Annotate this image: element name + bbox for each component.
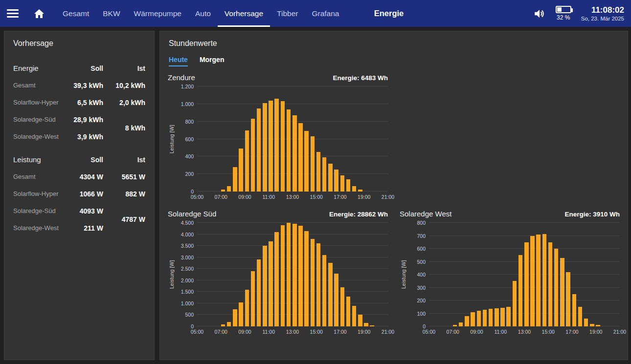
home-icon[interactable] <box>33 8 45 20</box>
y-tick-label: 400 <box>185 153 194 159</box>
nav-item-tibber[interactable]: Tibber <box>270 0 305 27</box>
energy-section-title: Energie <box>13 64 61 72</box>
x-tick-label: 13:00 <box>518 329 531 335</box>
y-axis-ticks: 02004006008001.0001.200 <box>176 86 197 192</box>
bar <box>506 307 511 326</box>
y-tick-label: 3.500 <box>181 243 194 249</box>
bar <box>530 236 535 327</box>
x-axis-ticks: 05:0007:0009:0011:0013:0015:0017:0019:00… <box>197 329 388 337</box>
bar <box>554 249 559 326</box>
content-area: Vorhersage Energie Soll Ist Gesamt 39,3 … <box>0 27 631 364</box>
y-tick-label: 200 <box>185 171 194 177</box>
clock-time: 11:08:02 <box>581 5 624 15</box>
clock: 11:08:02 So, 23. Mär 2025 <box>581 5 624 21</box>
bar <box>328 164 333 192</box>
x-tick-label: 09:00 <box>470 329 483 335</box>
tab-morgen[interactable]: Morgen <box>200 56 225 66</box>
y-tick-label: 600 <box>185 136 194 142</box>
x-tick-label: 19:00 <box>358 194 370 200</box>
row-ist-value: 2,0 kWh <box>103 99 145 107</box>
power-section-title: Leistung <box>13 155 61 164</box>
bar <box>233 309 237 326</box>
chart-title: Zendure <box>168 73 195 82</box>
bar <box>233 167 237 192</box>
nav-item-grafana[interactable]: Grafana <box>305 0 346 27</box>
bar <box>477 311 481 326</box>
row-soll-value: 6,5 kWh <box>61 99 103 107</box>
x-tick-label: 15:00 <box>310 194 323 200</box>
bar <box>322 255 327 326</box>
energy-forecast-table: Energie Soll Ist Gesamt 39,3 kWh 10,2 kW… <box>11 60 147 145</box>
x-tick-label: 15:00 <box>310 329 323 335</box>
x-tick-label: 17:00 <box>565 329 578 335</box>
bar <box>352 186 357 192</box>
y-tick-label: 1.200 <box>181 84 194 89</box>
menu-icon[interactable] <box>7 7 22 20</box>
row-soll-value: 4093 W <box>61 207 103 215</box>
bar <box>542 234 547 326</box>
bar <box>245 290 249 326</box>
chart-plot-solaredge-sued: Leistung [W] 05001.0001.5002.0002.5003.0… <box>168 223 388 337</box>
col-header-ist: Ist <box>103 64 145 72</box>
bar <box>293 224 297 326</box>
nav-item-waermepumpe[interactable]: Wärmepumpe <box>127 0 188 27</box>
bar <box>316 152 321 192</box>
bar <box>334 274 338 326</box>
tab-heute[interactable]: Heute <box>169 56 188 66</box>
row-ist-value: 10,2 kWh <box>103 82 145 89</box>
col-header-soll: Soll <box>61 156 103 164</box>
chart-title: Solaredge Süd <box>168 210 216 218</box>
chart-title: Solaredge West <box>400 210 451 218</box>
x-axis-ticks: 05:0007:0009:0011:0013:0015:0017:0019:00… <box>197 194 388 202</box>
row-soll-value: 211 W <box>61 224 103 232</box>
chart-energy-label: Energie: 3910 Wh <box>564 211 620 218</box>
y-tick-label: 300 <box>417 285 426 291</box>
bar <box>518 255 523 326</box>
bar <box>311 136 315 192</box>
bar <box>274 232 279 326</box>
plot-area <box>429 223 620 326</box>
bar <box>304 231 309 327</box>
y-tick-label: 4.500 <box>181 220 194 226</box>
bar <box>489 309 493 326</box>
hourly-panel-title: Stundenwerte <box>169 39 620 48</box>
x-tick-label: 21:00 <box>382 194 394 200</box>
row-label: Solaredge-West <box>13 133 61 140</box>
bar <box>572 294 577 326</box>
bar <box>257 108 261 192</box>
bar <box>370 325 374 326</box>
x-tick-label: 05:00 <box>191 194 203 200</box>
y-tick-label: 1.000 <box>181 101 194 107</box>
y-axis-label: Leistung [W] <box>400 223 407 326</box>
bar <box>524 242 529 326</box>
bar <box>269 101 273 192</box>
top-bar: Gesamt BKW Wärmepumpe Auto Vorhersage Ti… <box>0 0 631 27</box>
bar <box>578 307 583 326</box>
nav-item-vorhersage[interactable]: Vorhersage <box>218 0 270 27</box>
col-header-ist: Ist <box>103 156 145 164</box>
speaker-icon[interactable] <box>533 7 546 20</box>
bar <box>596 325 600 326</box>
bar <box>263 103 267 192</box>
x-axis-ticks: 05:0007:0009:0011:0013:0015:0017:0019:00… <box>429 329 620 337</box>
forecast-panel: Vorhersage Energie Soll Ist Gesamt 39,3 … <box>4 31 155 360</box>
chart-solaredge-west: Solaredge West Energie: 3910 Wh Leistung… <box>400 210 620 337</box>
bar <box>500 308 505 326</box>
y-tick-label: 600 <box>417 246 426 252</box>
nav-item-auto[interactable]: Auto <box>188 0 218 27</box>
hourly-values-panel: Stundenwerte Heute Morgen Zendure Energi… <box>159 31 628 360</box>
nav-item-gesamt[interactable]: Gesamt <box>56 0 96 27</box>
y-tick-label: 500 <box>185 312 194 318</box>
row-ist-merged-value: 8 kWh <box>103 124 145 132</box>
row-ist-merged-value: 4787 W <box>103 215 145 223</box>
x-tick-label: 15:00 <box>542 329 555 335</box>
bar <box>287 109 291 192</box>
x-tick-label: 05:00 <box>191 329 203 335</box>
forecast-panel-title: Vorhersage <box>13 39 147 48</box>
bar <box>584 319 588 326</box>
chart-plot-solaredge-west: Leistung [W] 0100200300400500600700800 0… <box>400 223 620 337</box>
nav-item-bkw[interactable]: BKW <box>96 0 127 27</box>
y-tick-label: 3.000 <box>181 255 194 260</box>
bar <box>334 170 338 192</box>
bar <box>352 306 357 326</box>
